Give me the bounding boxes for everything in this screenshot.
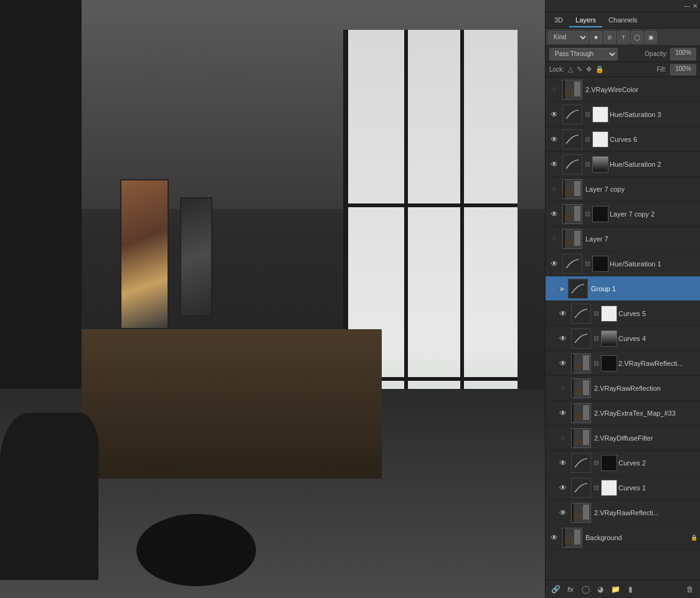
layer-row[interactable]: 👁⛓Curves 4 — [546, 326, 700, 351]
layer-row[interactable]: 👁2.VRayWireColor — [546, 77, 700, 102]
svg-rect-1 — [574, 82, 580, 96]
layer-name-label: Curves 6 — [608, 136, 698, 143]
layer-row[interactable]: 👁2.VRayExtraTex_Map_#33 — [546, 401, 700, 426]
type-icon[interactable]: T — [617, 31, 630, 44]
blending-row: Pass Through Normal Multiply Screen Opac… — [546, 46, 700, 62]
tab-3d[interactable]: 3D — [548, 14, 569, 27]
eye-visibility-toggle[interactable]: 👁 — [548, 135, 560, 144]
eye-visibility-toggle[interactable]: 👁 — [557, 334, 569, 343]
layer-row[interactable]: 👁2.VRayRawReflecti... — [546, 500, 700, 525]
eye-visibility-toggle[interactable]: 👁 — [548, 533, 560, 542]
eye-visibility-toggle[interactable]: 👁 — [548, 160, 560, 169]
layer-row[interactable]: 👁2.VRayRawReflection — [546, 376, 700, 401]
eye-visibility-toggle[interactable]: 👁 — [557, 359, 569, 368]
layer-mask-thumbnail — [592, 156, 608, 172]
layer-row[interactable]: 👁Background🔒 — [546, 525, 700, 550]
new-layer-icon[interactable]: ▮ — [624, 583, 636, 596]
opacity-input[interactable]: 100% — [670, 48, 696, 60]
layer-row[interactable]: 👁⛓Curves 6 — [546, 127, 700, 152]
delete-layer-icon[interactable]: 🗑 — [684, 583, 696, 596]
svg-rect-5 — [563, 130, 582, 149]
layer-row[interactable]: 👁▶Group 1 — [546, 276, 700, 301]
layer-row[interactable]: 👁Layer 7 copy — [546, 177, 700, 202]
new-layer-from-comp-icon[interactable]: ◯ — [579, 583, 592, 596]
tab-layers[interactable]: Layers — [569, 14, 602, 27]
shape-icon[interactable]: ◯ — [631, 31, 643, 44]
svg-rect-6 — [563, 155, 582, 174]
layer-thumbnail — [571, 329, 591, 348]
layer-row[interactable]: 👁⛓Curves 5 — [546, 301, 700, 326]
eye-visibility-toggle[interactable]: 👁 — [548, 185, 560, 194]
eye-visibility-toggle[interactable]: 👁 — [548, 210, 560, 218]
eye-visibility-toggle[interactable]: 👁 — [557, 409, 569, 418]
blending-mode-select[interactable]: Pass Through Normal Multiply Screen — [549, 48, 618, 60]
layer-row[interactable]: 👁⛓Hue/Saturation 3 — [546, 102, 700, 127]
group-expand-arrow[interactable]: ▶ — [560, 286, 565, 292]
eye-visibility-toggle[interactable]: 👁 — [557, 484, 569, 492]
layer-chain-icon: ⛓ — [585, 136, 590, 142]
eye-visibility-toggle[interactable]: 👁 — [557, 508, 569, 517]
tab-channels[interactable]: Channels — [602, 14, 643, 27]
lock-all-icon[interactable]: 🔒 — [595, 65, 604, 73]
eye-icon: 👁 — [551, 85, 558, 94]
eye-icon: 👁 — [551, 160, 558, 169]
svg-rect-20 — [569, 279, 587, 298]
eye-visibility-toggle[interactable]: 👁 — [548, 235, 560, 243]
eye-visibility-toggle[interactable]: 👁 — [557, 309, 569, 318]
svg-rect-3 — [563, 80, 565, 99]
layer-chain-icon: ⛓ — [585, 261, 590, 267]
svg-rect-19 — [563, 255, 582, 273]
eye-visibility-toggle[interactable]: 👁 — [548, 259, 560, 268]
pixel-icon[interactable]: ■ — [590, 31, 602, 44]
fill-input[interactable]: 100% — [670, 64, 696, 75]
svg-rect-43 — [573, 513, 582, 519]
layer-row[interactable]: 👁⛓Hue/Saturation 2 — [546, 152, 700, 177]
eye-visibility-toggle[interactable]: 👁 — [557, 434, 569, 442]
svg-rect-40 — [572, 479, 590, 497]
eye-visibility-toggle[interactable]: 👁 — [557, 384, 569, 393]
lock-position-icon[interactable]: ✥ — [586, 65, 592, 73]
new-group-icon[interactable]: 📁 — [609, 583, 622, 596]
lock-pixels-icon[interactable]: ✎ — [577, 65, 582, 73]
layer-thumbnail — [568, 279, 588, 299]
layer-name-label: Curves 5 — [617, 310, 698, 317]
layer-row[interactable]: 👁⛓Layer 7 copy 2 — [546, 202, 700, 227]
eye-visibility-toggle[interactable]: 👁 — [548, 85, 560, 94]
layer-row[interactable]: 👁⛓Curves 1 — [546, 475, 700, 500]
collapse-icon[interactable]: — — [684, 2, 690, 9]
layer-row[interactable]: 👁⛓Curves 2 — [546, 451, 700, 475]
eye-icon: 👁 — [551, 259, 558, 268]
eye-icon: 👁 — [551, 185, 558, 194]
layer-row[interactable]: 👁2.VRayDiffuseFilter — [546, 426, 700, 451]
adjustment-filter-icon[interactable]: ⊘ — [603, 31, 616, 44]
kind-select[interactable]: Kind — [548, 31, 589, 44]
create-adjustment-icon[interactable]: ◕ — [594, 583, 607, 596]
svg-rect-9 — [564, 189, 573, 195]
eye-icon: 👁 — [559, 459, 567, 467]
opacity-label: Opacity: — [645, 50, 668, 57]
eye-visibility-toggle[interactable]: 👁 — [548, 110, 560, 119]
smart-object-icon[interactable]: ▣ — [645, 31, 657, 44]
layer-thumbnail — [562, 154, 582, 174]
svg-rect-37 — [573, 438, 582, 444]
layer-name-label: Group 1 — [590, 285, 698, 292]
layer-row[interactable]: 👁⛓2.VRayRawReflecti... — [546, 351, 700, 376]
eye-visibility-toggle[interactable]: 👁 — [557, 459, 569, 467]
layer-chain-icon: ⛓ — [594, 360, 599, 367]
layer-mask-thumbnail — [601, 455, 617, 471]
layer-chain-icon: ⛓ — [594, 311, 599, 317]
layer-thumbnail — [562, 254, 582, 274]
link-icon[interactable]: 🔗 — [549, 583, 562, 596]
close-panel-icon[interactable]: ✕ — [693, 2, 698, 9]
layer-row[interactable]: 👁⛓Hue/Saturation 1 — [546, 251, 700, 276]
layer-name-label: 2.VRayRawReflecti... — [593, 509, 698, 516]
layer-name-label: Curves 1 — [617, 484, 698, 492]
svg-rect-12 — [574, 206, 580, 221]
panel-topbar: — ✕ — [546, 0, 700, 12]
layer-mask-thumbnail — [592, 106, 608, 123]
layer-row[interactable]: 👁Layer 7 — [546, 227, 700, 251]
eye-visibility-toggle[interactable]: 👁 — [548, 284, 560, 293]
fx-icon[interactable]: fx — [564, 583, 577, 596]
lock-transparent-icon[interactable]: △ — [568, 65, 573, 73]
lock-label: Lock: — [549, 66, 564, 73]
